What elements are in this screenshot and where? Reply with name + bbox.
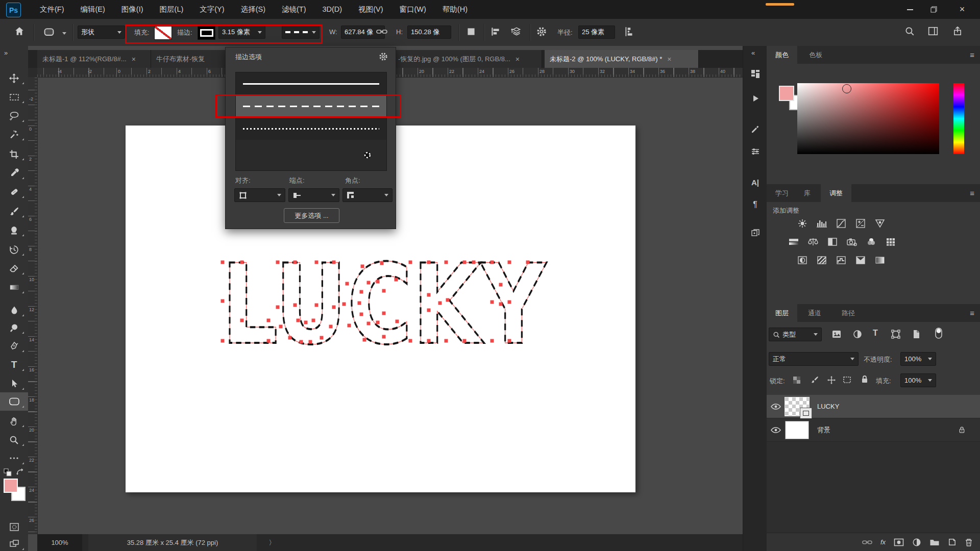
lock-all-icon[interactable] [860, 374, 869, 384]
color-lookup-icon[interactable] [883, 236, 898, 248]
rounded-rectangle-tool[interactable] [0, 392, 28, 411]
lasso-tool[interactable] [0, 107, 28, 125]
stroke-type-dropdown[interactable] [282, 26, 320, 39]
lock-pixels-icon[interactable] [811, 375, 820, 385]
new-adjustment-layer-icon[interactable] [912, 538, 921, 547]
posterize-icon[interactable] [814, 254, 829, 266]
pen-tool[interactable] [0, 337, 28, 355]
add-layer-mask-icon[interactable] [894, 538, 904, 546]
properties-panel-icon[interactable] [743, 143, 767, 160]
magic-wand-tool[interactable] [0, 125, 28, 143]
history-brush-tool[interactable] [0, 240, 28, 259]
opacity-field[interactable]: 100% [900, 352, 936, 366]
exposure-icon[interactable] [853, 217, 868, 230]
link-dimensions-icon[interactable] [376, 27, 387, 36]
marquee-tool[interactable] [0, 88, 28, 106]
swap-colors-icon[interactable] [15, 467, 24, 475]
tab-recovered-jpg[interactable]: -恢复的.jpg @ 100% (图层 0, RGB/8... × [393, 50, 542, 68]
type-tool[interactable]: T [0, 356, 28, 374]
levels-icon[interactable] [814, 217, 829, 230]
stroke-swatch[interactable] [198, 26, 215, 40]
layer-styles-fx-icon[interactable]: fx [880, 538, 886, 546]
paragraph-panel-icon[interactable]: ¶ [743, 196, 767, 213]
color-fg-swatch[interactable] [779, 86, 794, 101]
tool-mode-dropdown[interactable]: 形状 [78, 26, 125, 39]
hue-strip[interactable] [953, 83, 964, 154]
tab-close-icon[interactable]: × [516, 55, 520, 63]
stroke-style-dashed-selected[interactable] [236, 95, 386, 117]
glyphs-panel-icon[interactable] [743, 224, 767, 242]
default-colors-icon[interactable] [4, 468, 12, 477]
gradient-tool[interactable] [0, 278, 28, 296]
clone-stamp-tool[interactable] [0, 221, 28, 239]
black-white-icon[interactable] [825, 236, 840, 248]
share-icon[interactable] [952, 26, 963, 36]
tab-untitled-1[interactable]: 未标题-1 @ 112%(RGB/8#... × [37, 50, 151, 68]
edge-constraint-icon[interactable] [624, 26, 635, 37]
stroke-width-field[interactable]: 3.15 像素 [218, 26, 265, 39]
menu-view[interactable]: 视图(V) [350, 0, 391, 19]
more-tools-icon[interactable] [0, 449, 28, 467]
photo-filter-icon[interactable] [844, 236, 860, 248]
move-tool[interactable] [0, 69, 28, 87]
actions-panel-icon[interactable] [743, 90, 767, 107]
blend-mode-dropdown[interactable]: 正常 [769, 352, 859, 366]
menu-edit[interactable]: 编辑(E) [72, 0, 113, 19]
filter-toggle-icon[interactable] [933, 327, 944, 340]
color-balance-icon[interactable] [805, 236, 821, 248]
search-icon[interactable] [904, 26, 915, 36]
menu-type[interactable]: 文字(Y) [191, 0, 232, 19]
layer-row-lucky[interactable]: LUCKY [767, 395, 980, 418]
filter-image-layers-icon[interactable] [831, 329, 842, 339]
selective-color-icon[interactable] [853, 254, 868, 266]
brush-settings-panel-icon[interactable] [743, 120, 767, 138]
screen-mode-icon[interactable] [0, 535, 28, 551]
fill-swatch-none[interactable] [154, 26, 172, 40]
layer-filter-type-dropdown[interactable]: 类型 [769, 328, 822, 341]
restore-button[interactable] [922, 0, 945, 19]
more-options-button[interactable]: 更多选项 ... [284, 208, 339, 223]
filter-adjustment-layers-icon[interactable] [852, 329, 863, 339]
new-layer-icon[interactable] [948, 538, 957, 546]
tab-close-icon[interactable]: × [132, 55, 136, 63]
layer-thumbnail[interactable] [785, 421, 809, 439]
menu-image[interactable]: 图像(I) [113, 0, 152, 19]
delete-layer-icon[interactable] [965, 538, 973, 547]
caps-dropdown[interactable] [288, 188, 339, 202]
visibility-eye-icon[interactable] [767, 403, 785, 410]
minimize-button[interactable] [898, 0, 922, 19]
character-panel-icon[interactable]: A| [743, 173, 767, 191]
status-chevron-icon[interactable]: 〉 [264, 534, 280, 551]
brush-tool[interactable] [0, 202, 28, 220]
lock-transparency-icon[interactable] [792, 375, 801, 385]
color-picker-circle[interactable] [842, 84, 851, 93]
path-operations-icon[interactable] [465, 26, 477, 37]
layout-panel-icon[interactable] [743, 65, 767, 83]
workspace-panel-icon[interactable] [928, 26, 938, 36]
panels-collapse-icon[interactable]: « [751, 49, 755, 57]
tab-close-icon[interactable]: × [667, 55, 671, 63]
invert-icon[interactable] [795, 254, 810, 266]
home-icon[interactable] [14, 26, 24, 36]
tab-swatches[interactable]: 色板 [800, 46, 831, 64]
saturation-brightness-field[interactable] [797, 83, 939, 154]
lock-artboard-icon[interactable] [842, 375, 852, 385]
blur-tool[interactable] [0, 301, 28, 319]
tool-preset-icon[interactable] [43, 26, 55, 38]
brightness-contrast-icon[interactable] [795, 217, 810, 230]
gear-icon[interactable] [536, 26, 547, 37]
crop-tool[interactable] [0, 145, 28, 163]
curves-icon[interactable] [834, 217, 849, 230]
quick-mask-icon[interactable] [0, 518, 28, 536]
lock-position-icon[interactable] [827, 375, 836, 385]
tab-paths[interactable]: 路径 [833, 304, 864, 322]
menu-file[interactable]: 文件(F) [32, 0, 72, 19]
layer-thumbnail[interactable] [785, 397, 809, 416]
toolbar-collapse-icon[interactable]: » [4, 49, 8, 57]
healing-brush-tool[interactable] [0, 183, 28, 201]
stroke-panel-gear-icon[interactable] [378, 52, 388, 62]
filter-smart-objects-icon[interactable] [911, 329, 921, 339]
menu-3d[interactable]: 3D(D) [314, 0, 350, 19]
visibility-eye-icon[interactable] [767, 427, 785, 434]
panel-menu-icon[interactable]: ≡ [970, 189, 975, 197]
